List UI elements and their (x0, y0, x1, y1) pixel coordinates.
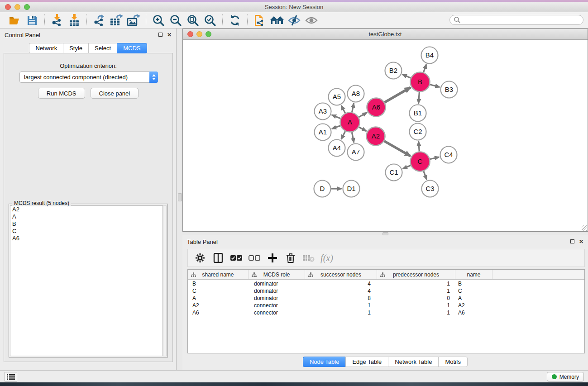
eye-slash-button[interactable] (286, 14, 303, 27)
tab-network-table[interactable]: Network Table (388, 357, 438, 367)
table-row[interactable]: A2connector11A2 (188, 302, 584, 309)
close-panel-button[interactable]: Close panel (91, 88, 139, 99)
import-network-icon (51, 14, 63, 27)
window-resize-grip[interactable] (582, 225, 587, 231)
toolbar-separator (86, 14, 87, 26)
vertical-splitter-handle[interactable] (178, 193, 182, 201)
graph-node-label-A8: A8 (352, 90, 360, 97)
column-layout-button[interactable] (210, 251, 226, 265)
export-network-button[interactable] (91, 14, 108, 27)
edge-C-C2[interactable] (419, 141, 420, 151)
mcds-result-title: MCDS result (5 nodes) (12, 200, 71, 206)
export-table-button[interactable] (108, 14, 125, 27)
edge-B-B2[interactable] (402, 74, 411, 78)
float-panel-icon[interactable] (158, 32, 163, 38)
cell-shared-name: C (188, 287, 249, 295)
edge-C-C1[interactable] (403, 166, 411, 169)
settings-gear-button[interactable] (192, 251, 208, 265)
search-field[interactable] (449, 15, 583, 25)
edge-C-C4[interactable] (430, 157, 439, 159)
edge-B-B1[interactable] (419, 92, 420, 103)
zoom-selected-button[interactable] (201, 14, 219, 27)
zoom-out-button[interactable] (167, 14, 184, 27)
import-table-button[interactable] (66, 14, 83, 27)
edge-A-A3[interactable] (332, 115, 340, 119)
memory-button[interactable]: Memory (547, 372, 584, 381)
float-table-panel-icon[interactable] (570, 239, 574, 244)
tab-select[interactable]: Select (88, 43, 117, 53)
delete-table-button[interactable] (301, 251, 316, 265)
run-mcds-button[interactable]: Run MCDS (38, 88, 85, 99)
table-row[interactable]: Cdominator41C (188, 287, 584, 295)
export-image-icon (127, 14, 140, 27)
refresh-button[interactable] (226, 14, 244, 27)
edge-C-C3[interactable] (424, 171, 427, 180)
export-image-button[interactable] (125, 14, 142, 27)
tab-edge-table[interactable]: Edge Table (345, 357, 388, 367)
tab-node-table[interactable]: Node Table (303, 357, 346, 367)
horizontal-splitter-handle[interactable] (382, 232, 388, 235)
search-input[interactable] (461, 16, 583, 24)
edge-A-A5[interactable] (341, 105, 345, 113)
optimization-criterion-label: Optimization criterion: (4, 62, 172, 69)
mcds-result-item[interactable]: A2 (10, 206, 163, 213)
network-view-window: testGlobe.txt AA1A2A3A4A5A6A7A8BB1B2B3B4… (182, 29, 588, 232)
zoom-fit-button[interactable] (184, 14, 201, 27)
add-column-button[interactable] (265, 251, 280, 265)
zoom-in-button[interactable] (150, 14, 167, 27)
cell-successor-nodes: 4 (305, 280, 377, 287)
edge-A-A2[interactable] (359, 127, 367, 131)
table-row[interactable]: A6connector11A6 (188, 309, 584, 316)
edge-A-A8[interactable] (352, 103, 354, 112)
column-header-name[interactable]: name (455, 270, 492, 279)
function-builder-button[interactable]: f(x) (319, 251, 335, 265)
column-header-shared-name[interactable]: shared name (188, 270, 249, 279)
column-header-successor-nodes[interactable]: successor nodes (305, 270, 377, 279)
delete-button[interactable] (283, 251, 298, 265)
table-panel-title: Table Panel (187, 238, 218, 245)
edge-A-A7[interactable] (352, 132, 354, 143)
eye-button[interactable] (303, 14, 320, 27)
column-header-label: name (467, 272, 480, 278)
edge-A-A6[interactable] (359, 113, 367, 117)
tab-style[interactable]: Style (63, 43, 88, 53)
table-row[interactable]: Bdominator41B (188, 280, 584, 287)
select-all-button[interactable] (229, 251, 244, 265)
edge-A6-B[interactable] (385, 87, 411, 102)
tab-mcds[interactable]: MCDS (117, 43, 147, 53)
column-header-MCDS-role[interactable]: MCDS role (249, 270, 305, 279)
mcds-result-item[interactable]: A6 (10, 235, 163, 242)
save-session-button[interactable] (24, 14, 41, 27)
close-table-panel-icon[interactable]: ✕ (579, 239, 583, 244)
tab-network[interactable]: Network (29, 43, 63, 53)
control-panel-tabs: NetworkStyleSelectMCDS (0, 43, 176, 53)
double-house-button[interactable] (268, 14, 286, 27)
save-session-icon (27, 15, 38, 26)
mcds-result-item[interactable]: A (10, 213, 163, 220)
graph-node-label-C4: C4 (444, 151, 453, 158)
edge-B-B4[interactable] (424, 64, 426, 72)
criterion-select[interactable]: largest connected component (directed) (19, 71, 158, 83)
edge-A2-C[interactable] (384, 141, 411, 156)
close-panel-icon[interactable]: ✕ (167, 32, 172, 38)
open-file-button[interactable] (6, 14, 24, 27)
refresh-icon (229, 14, 241, 26)
deselect-all-button[interactable] (247, 251, 262, 265)
edge-A-A4[interactable] (341, 131, 345, 139)
tab-motifs[interactable]: Motifs (438, 357, 468, 367)
document-network-button[interactable] (251, 14, 268, 27)
edge-B-B3[interactable] (430, 85, 440, 87)
panel-toggle-button[interactable] (5, 372, 17, 381)
import-network-button[interactable] (48, 14, 66, 27)
criterion-selected-value: largest connected component (directed) (20, 74, 149, 81)
mcds-list-scrollbar[interactable] (163, 205, 167, 356)
table-tabs: Node TableEdge TableNetwork TableMotifs (182, 357, 588, 367)
table-row[interactable]: Adominator80A (188, 295, 584, 302)
column-header-predecessor-nodes[interactable]: predecessor nodes (377, 270, 455, 279)
mcds-result-item[interactable]: C (10, 228, 163, 235)
mcds-result-item[interactable]: B (10, 220, 163, 228)
network-canvas[interactable]: AA1A2A3A4A5A6A7A8BB1B2B3B4CC1C2C3C4DD1 (183, 40, 588, 231)
desktop-wallpaper-strip-bottom (0, 382, 588, 386)
edge-A-A1[interactable] (332, 126, 340, 129)
app-title: Session: New Session (0, 4, 588, 10)
